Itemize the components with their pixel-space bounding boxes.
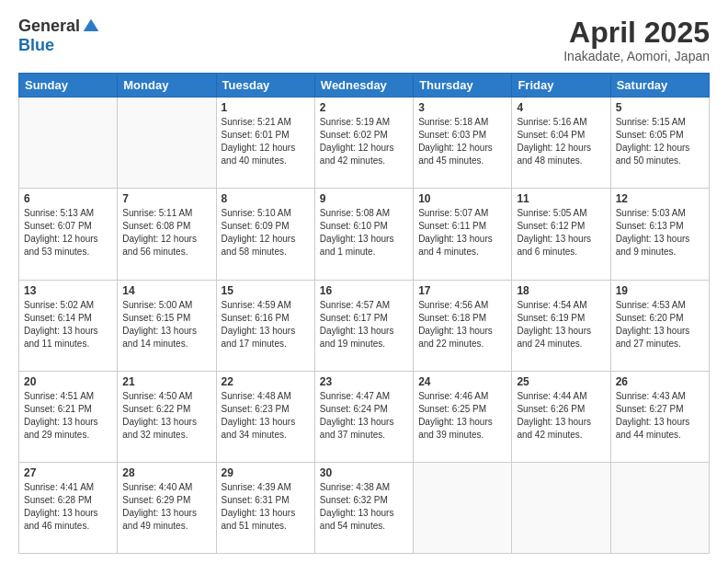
day-number: 6 <box>24 192 112 205</box>
calendar-week-row: 27 Sunrise: 4:41 AMSunset: 6:28 PMDaylig… <box>19 462 710 553</box>
logo-text: General <box>18 17 100 36</box>
col-friday: Friday <box>512 74 610 98</box>
title-area: April 2025 Inakadate, Aomori, Japan <box>563 17 710 63</box>
day-info: Sunrise: 4:56 AMSunset: 6:18 PMDaylight:… <box>418 300 493 349</box>
calendar-day-cell: 18 Sunrise: 4:54 AMSunset: 6:19 PMDaylig… <box>512 280 610 371</box>
calendar-day-cell: 24 Sunrise: 4:46 AMSunset: 6:25 PMDaylig… <box>414 371 512 462</box>
calendar-day-cell: 8 Sunrise: 5:10 AMSunset: 6:09 PMDayligh… <box>216 189 314 280</box>
day-number: 20 <box>24 375 112 388</box>
day-info: Sunrise: 4:57 AMSunset: 6:17 PMDaylight:… <box>320 300 394 349</box>
day-info: Sunrise: 4:59 AMSunset: 6:16 PMDaylight:… <box>222 300 296 349</box>
day-number: 4 <box>517 101 605 114</box>
day-number: 17 <box>418 284 506 297</box>
day-number: 28 <box>122 466 210 479</box>
calendar-day-cell: 21 Sunrise: 4:50 AMSunset: 6:22 PMDaylig… <box>118 371 216 462</box>
day-number: 27 <box>24 466 112 479</box>
calendar-day-cell: 28 Sunrise: 4:40 AMSunset: 6:29 PMDaylig… <box>118 462 216 553</box>
col-thursday: Thursday <box>414 74 512 98</box>
day-info: Sunrise: 5:21 AMSunset: 6:01 PMDaylight:… <box>222 117 296 166</box>
day-info: Sunrise: 5:13 AMSunset: 6:07 PMDaylight:… <box>24 208 98 257</box>
day-number: 26 <box>616 375 704 388</box>
day-number: 14 <box>122 284 210 297</box>
day-info: Sunrise: 5:15 AMSunset: 6:05 PMDaylight:… <box>616 117 690 166</box>
day-number: 10 <box>418 192 506 205</box>
logo-blue: Blue <box>18 36 54 55</box>
day-number: 15 <box>222 284 310 297</box>
day-number: 18 <box>517 284 605 297</box>
col-wednesday: Wednesday <box>314 74 413 98</box>
svg-marker-0 <box>84 18 99 30</box>
day-info: Sunrise: 4:41 AMSunset: 6:28 PMDaylight:… <box>24 482 98 531</box>
header: General Blue April 2025 Inakadate, Aomor… <box>18 17 710 63</box>
day-info: Sunrise: 5:10 AMSunset: 6:09 PMDaylight:… <box>222 208 296 257</box>
calendar-day-cell: 2 Sunrise: 5:19 AMSunset: 6:02 PMDayligh… <box>314 98 413 189</box>
calendar-day-cell: 1 Sunrise: 5:21 AMSunset: 6:01 PMDayligh… <box>216 98 314 189</box>
day-number: 8 <box>222 192 310 205</box>
calendar-day-cell: 20 Sunrise: 4:51 AMSunset: 6:21 PMDaylig… <box>19 371 118 462</box>
logo: General Blue <box>18 17 100 55</box>
calendar-day-cell: 29 Sunrise: 4:39 AMSunset: 6:31 PMDaylig… <box>216 462 314 553</box>
day-number: 12 <box>616 192 704 205</box>
day-info: Sunrise: 4:51 AMSunset: 6:21 PMDaylight:… <box>24 391 98 440</box>
day-info: Sunrise: 5:03 AMSunset: 6:13 PMDaylight:… <box>616 208 690 257</box>
calendar-day-cell: 30 Sunrise: 4:38 AMSunset: 6:32 PMDaylig… <box>314 462 413 553</box>
calendar-day-cell: 17 Sunrise: 4:56 AMSunset: 6:18 PMDaylig… <box>414 280 512 371</box>
calendar-day-cell: 6 Sunrise: 5:13 AMSunset: 6:07 PMDayligh… <box>19 189 118 280</box>
col-sunday: Sunday <box>19 74 118 98</box>
day-number: 11 <box>517 192 605 205</box>
day-info: Sunrise: 5:18 AMSunset: 6:03 PMDaylight:… <box>418 117 493 166</box>
logo-general: General <box>18 17 80 36</box>
day-info: Sunrise: 5:08 AMSunset: 6:10 PMDaylight:… <box>320 208 394 257</box>
logo-icon <box>82 17 100 36</box>
month-title: April 2025 <box>563 17 710 49</box>
calendar-week-row: 6 Sunrise: 5:13 AMSunset: 6:07 PMDayligh… <box>19 189 710 280</box>
calendar-day-cell: 9 Sunrise: 5:08 AMSunset: 6:10 PMDayligh… <box>314 189 413 280</box>
day-number: 25 <box>517 375 605 388</box>
day-number: 1 <box>222 101 310 114</box>
calendar-day-cell: 23 Sunrise: 4:47 AMSunset: 6:24 PMDaylig… <box>314 371 413 462</box>
calendar-day-cell <box>19 98 118 189</box>
day-info: Sunrise: 5:02 AMSunset: 6:14 PMDaylight:… <box>24 300 98 349</box>
day-info: Sunrise: 4:46 AMSunset: 6:25 PMDaylight:… <box>418 391 493 440</box>
calendar-day-cell: 26 Sunrise: 4:43 AMSunset: 6:27 PMDaylig… <box>610 371 709 462</box>
day-info: Sunrise: 5:00 AMSunset: 6:15 PMDaylight:… <box>122 300 197 349</box>
day-info: Sunrise: 4:50 AMSunset: 6:22 PMDaylight:… <box>122 391 197 440</box>
calendar-day-cell: 10 Sunrise: 5:07 AMSunset: 6:11 PMDaylig… <box>414 189 512 280</box>
day-info: Sunrise: 4:53 AMSunset: 6:20 PMDaylight:… <box>616 300 690 349</box>
col-tuesday: Tuesday <box>216 74 314 98</box>
day-number: 29 <box>222 466 310 479</box>
calendar-day-cell: 22 Sunrise: 4:48 AMSunset: 6:23 PMDaylig… <box>216 371 314 462</box>
calendar-day-cell: 11 Sunrise: 5:05 AMSunset: 6:12 PMDaylig… <box>512 189 610 280</box>
day-info: Sunrise: 5:11 AMSunset: 6:08 PMDaylight:… <box>122 208 197 257</box>
calendar-day-cell: 25 Sunrise: 4:44 AMSunset: 6:26 PMDaylig… <box>512 371 610 462</box>
calendar-week-row: 13 Sunrise: 5:02 AMSunset: 6:14 PMDaylig… <box>19 280 710 371</box>
calendar-day-cell <box>118 98 216 189</box>
day-info: Sunrise: 5:07 AMSunset: 6:11 PMDaylight:… <box>418 208 493 257</box>
calendar-day-cell <box>414 462 512 553</box>
day-info: Sunrise: 4:39 AMSunset: 6:31 PMDaylight:… <box>222 482 296 531</box>
calendar-day-cell: 15 Sunrise: 4:59 AMSunset: 6:16 PMDaylig… <box>216 280 314 371</box>
calendar-day-cell: 4 Sunrise: 5:16 AMSunset: 6:04 PMDayligh… <box>512 98 610 189</box>
day-number: 13 <box>24 284 112 297</box>
day-number: 22 <box>222 375 310 388</box>
calendar-day-cell <box>610 462 709 553</box>
day-number: 23 <box>320 375 408 388</box>
day-number: 9 <box>320 192 408 205</box>
day-number: 16 <box>320 284 408 297</box>
day-info: Sunrise: 4:43 AMSunset: 6:27 PMDaylight:… <box>616 391 690 440</box>
location: Inakadate, Aomori, Japan <box>563 49 710 63</box>
day-info: Sunrise: 4:38 AMSunset: 6:32 PMDaylight:… <box>320 482 394 531</box>
calendar-day-cell: 14 Sunrise: 5:00 AMSunset: 6:15 PMDaylig… <box>118 280 216 371</box>
day-number: 7 <box>122 192 210 205</box>
calendar-day-cell: 27 Sunrise: 4:41 AMSunset: 6:28 PMDaylig… <box>19 462 118 553</box>
day-info: Sunrise: 4:54 AMSunset: 6:19 PMDaylight:… <box>517 300 591 349</box>
day-number: 30 <box>320 466 408 479</box>
calendar-header-row: Sunday Monday Tuesday Wednesday Thursday… <box>19 74 710 98</box>
calendar-day-cell: 13 Sunrise: 5:02 AMSunset: 6:14 PMDaylig… <box>19 280 118 371</box>
day-info: Sunrise: 4:40 AMSunset: 6:29 PMDaylight:… <box>122 482 197 531</box>
day-info: Sunrise: 4:44 AMSunset: 6:26 PMDaylight:… <box>517 391 591 440</box>
calendar-day-cell: 5 Sunrise: 5:15 AMSunset: 6:05 PMDayligh… <box>610 98 709 189</box>
day-number: 3 <box>418 101 506 114</box>
day-number: 24 <box>418 375 506 388</box>
col-monday: Monday <box>118 74 216 98</box>
